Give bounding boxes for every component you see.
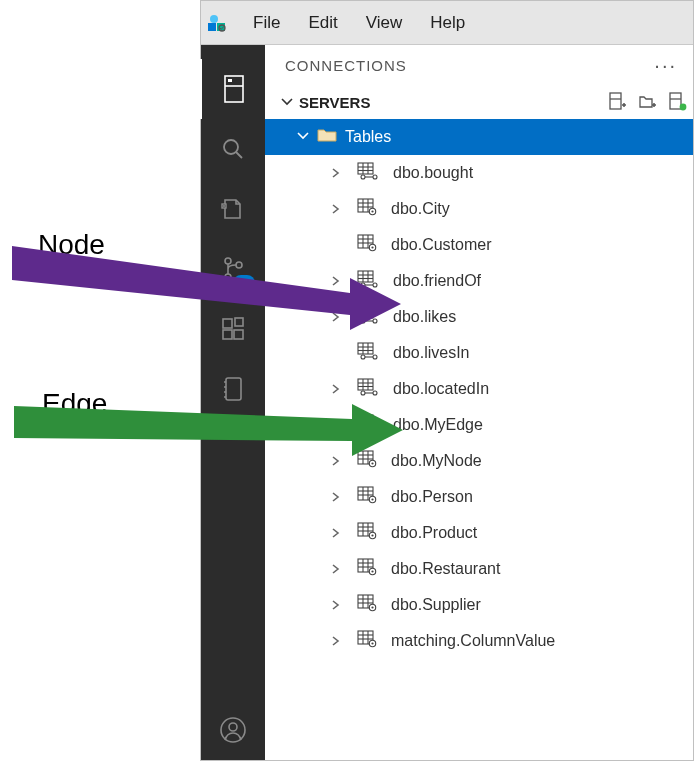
tree-item-label: matching.ColumnValue — [391, 632, 555, 650]
svg-point-35 — [373, 175, 377, 179]
new-connection-icon[interactable] — [607, 91, 627, 114]
svg-rect-51 — [358, 271, 373, 282]
svg-point-97 — [371, 462, 373, 464]
svg-point-89 — [373, 427, 377, 431]
chevron-right-icon — [325, 598, 345, 612]
svg-rect-67 — [358, 343, 373, 354]
activity-source-control[interactable]: 30 — [201, 239, 265, 299]
svg-point-64 — [361, 319, 365, 323]
chevron-right-icon — [325, 454, 345, 468]
svg-point-28 — [680, 103, 687, 110]
server-status-icon[interactable] — [667, 91, 687, 114]
extensions-icon — [220, 316, 246, 342]
graph-node-table-icon — [357, 234, 377, 256]
svg-point-43 — [371, 210, 373, 212]
tree-item[interactable]: dbo.locatedIn — [265, 371, 693, 407]
menu-edit[interactable]: Edit — [294, 13, 351, 33]
section-title: SERVERS — [299, 94, 370, 111]
tree-item[interactable]: dbo.Customer — [265, 227, 693, 263]
tree-item[interactable]: dbo.MyEdge — [265, 407, 693, 443]
svg-point-104 — [371, 498, 373, 500]
svg-rect-13 — [223, 319, 232, 328]
new-group-icon[interactable] — [637, 91, 657, 114]
menu-view[interactable]: View — [352, 13, 417, 33]
svg-rect-75 — [358, 379, 373, 390]
svg-rect-26 — [670, 93, 681, 109]
svg-rect-29 — [358, 163, 373, 174]
menu-file[interactable]: File — [239, 13, 294, 33]
tree-folder-tables[interactable]: Tables — [265, 119, 693, 155]
app-body: 30 — [201, 45, 693, 760]
chevron-right-icon — [325, 166, 345, 180]
folder-icon — [317, 127, 337, 147]
tree-item[interactable]: dbo.MyNode — [265, 443, 693, 479]
search-icon — [220, 136, 246, 162]
tree-item-label: dbo.Person — [391, 488, 473, 506]
app-window: File Edit View Help — [200, 0, 694, 761]
tree-item-label: dbo.Restaurant — [391, 560, 500, 578]
activity-notebooks[interactable] — [201, 179, 265, 239]
svg-rect-16 — [235, 318, 243, 326]
tree-item[interactable]: dbo.friendOf — [265, 263, 693, 299]
svg-point-81 — [373, 391, 377, 395]
object-tree: Tables dbo.bought dbo.City dbo.Customer — [265, 119, 693, 760]
tree-item-label: dbo.City — [391, 200, 450, 218]
graph-node-table-icon — [357, 558, 377, 580]
svg-point-22 — [221, 718, 245, 742]
activity-extensions[interactable] — [201, 299, 265, 359]
annotation-node-label: Node — [38, 229, 105, 261]
tree-item[interactable]: dbo.likes — [265, 299, 693, 335]
panel-more-button[interactable]: ··· — [654, 54, 677, 77]
svg-rect-6 — [228, 79, 232, 82]
svg-point-73 — [373, 355, 377, 359]
activity-search[interactable] — [201, 119, 265, 179]
graph-edge-table-icon — [357, 378, 379, 400]
activity-account[interactable] — [201, 700, 265, 760]
svg-point-118 — [371, 570, 373, 572]
account-icon — [219, 716, 247, 744]
graph-node-table-icon — [357, 486, 377, 508]
tree-item[interactable]: dbo.bought — [265, 155, 693, 191]
menu-help[interactable]: Help — [416, 13, 479, 33]
tree-item[interactable]: dbo.City — [265, 191, 693, 227]
tree-item-label: dbo.likes — [393, 308, 456, 326]
tree-item[interactable]: dbo.Restaurant — [265, 551, 693, 587]
graph-edge-table-icon — [357, 162, 379, 184]
graph-node-table-icon — [357, 630, 377, 652]
activity-bar: 30 — [201, 45, 265, 760]
annotation-edge-label: Edge — [42, 388, 107, 420]
svg-rect-4 — [225, 76, 243, 102]
explorer-panel: CONNECTIONS ··· SERVERS — [265, 45, 693, 760]
notebook-icon — [220, 196, 246, 222]
tree-item[interactable]: dbo.livesIn — [265, 335, 693, 371]
tree-item[interactable]: dbo.Product — [265, 515, 693, 551]
tree-item[interactable]: dbo.Supplier — [265, 587, 693, 623]
tree-item[interactable]: dbo.Person — [265, 479, 693, 515]
graph-edge-table-icon — [357, 306, 379, 328]
server-icon — [221, 74, 247, 104]
tree-item-label: dbo.MyEdge — [393, 416, 483, 434]
app-logo-icon — [207, 13, 227, 33]
panel-title: CONNECTIONS — [285, 57, 407, 74]
tree-item-label: dbo.Supplier — [391, 596, 481, 614]
graph-edge-table-icon — [357, 270, 379, 292]
chevron-right-icon — [325, 562, 345, 576]
svg-point-65 — [373, 319, 377, 323]
tree-item-label: dbo.livesIn — [393, 344, 470, 362]
tree-folder-label: Tables — [345, 128, 391, 146]
activity-machine-learning[interactable] — [201, 359, 265, 419]
chevron-right-icon — [325, 382, 345, 396]
graph-node-table-icon — [357, 594, 377, 616]
graph-edge-table-icon — [357, 342, 379, 364]
svg-rect-24 — [610, 93, 621, 109]
activity-connections[interactable] — [200, 59, 266, 119]
tree-item-label: dbo.Customer — [391, 236, 492, 254]
servers-section-header[interactable]: SERVERS — [265, 85, 693, 119]
menubar: File Edit View Help — [201, 1, 693, 45]
svg-point-72 — [361, 355, 365, 359]
svg-point-125 — [371, 606, 373, 608]
svg-point-12 — [236, 262, 242, 268]
chevron-down-icon — [295, 127, 311, 147]
svg-point-80 — [361, 391, 365, 395]
tree-item[interactable]: matching.ColumnValue — [265, 623, 693, 659]
